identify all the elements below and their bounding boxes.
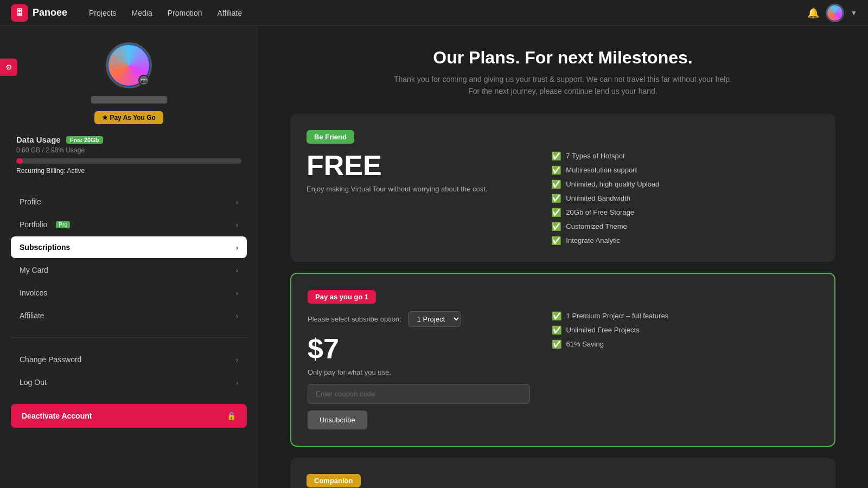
pro-badge: Pro <box>56 221 70 228</box>
plan-left-pay-as-you-go: Please select subsribe option: 1 Project… <box>308 311 530 429</box>
chevron-right-icon: › <box>236 266 238 274</box>
plan-card-pay-as-you-go: Pay as you go 1 Please select subsribe o… <box>290 273 835 447</box>
subscription-select-row: Please select subsribe option: 1 Project <box>308 311 530 327</box>
progress-fill <box>16 158 23 164</box>
sidebar-item-mycard[interactable]: My Card › <box>11 259 247 281</box>
nav-right: 🔔 ▼ <box>807 4 857 22</box>
menu-divider <box>11 337 247 338</box>
avatar-edit-badge[interactable]: 📷 <box>138 75 149 86</box>
nav-projects[interactable]: Projects <box>89 9 117 17</box>
chevron-right-icon: › <box>236 356 238 364</box>
plan-right-pay-as-you-go: ✅1 Premium Project – full features ✅Unli… <box>552 311 818 429</box>
secondary-menu-section: Change Password › Log Out › <box>0 343 258 399</box>
username-placeholder <box>91 96 167 104</box>
feature-item: ✅Integrate Analytic <box>551 236 819 246</box>
brand-name: Panoee <box>33 7 67 18</box>
plan-badge-label: ★ Pay As You Go <box>102 114 156 121</box>
check-icon: ✅ <box>551 236 561 246</box>
sidebar-item-affiliate[interactable]: Affiliate › <box>11 305 247 326</box>
check-icon: ✅ <box>551 194 561 203</box>
feature-item: ✅20Gb of Free Storage <box>551 208 819 217</box>
feature-item: ✅Customized Theme <box>551 222 819 232</box>
page-subtitle-line2: For the next journey, please continue le… <box>290 85 835 97</box>
avatar-image <box>827 5 843 21</box>
top-nav: 🎛 Panoee Projects Media Promotion Affili… <box>0 0 868 26</box>
avatar[interactable] <box>826 4 844 22</box>
feature-item: ✅61% Saving <box>552 339 818 349</box>
nav-links: Projects Media Promotion Affiliate <box>89 9 242 17</box>
billing-status: Recurring Billing: Active <box>16 167 241 175</box>
check-icon: ✅ <box>552 339 562 349</box>
feature-item: ✅Multiresolution support <box>551 165 819 175</box>
usage-text: 0.60 GB / 2.98% Usage <box>16 146 241 154</box>
free-badge: Free 20Gb <box>66 136 103 144</box>
plan-price-pay-as-you-go: $7 <box>308 335 530 363</box>
chevron-right-icon: › <box>236 312 238 320</box>
lock-icon: 🔒 <box>227 412 236 420</box>
page-header: Our Plans. For next Milestones. Thank yo… <box>290 48 835 98</box>
chevron-right-icon: › <box>236 243 238 252</box>
check-icon: ✅ <box>551 165 561 175</box>
deactivate-account-button[interactable]: Deactivate Account 🔒 <box>11 404 247 428</box>
feature-item: ✅1 Premium Project – full features <box>552 311 818 321</box>
check-icon: ✅ <box>552 325 562 335</box>
check-icon: ✅ <box>552 311 562 321</box>
sidebar-item-profile[interactable]: Profile › <box>11 191 247 213</box>
plan-card-companion: Companion $18 /month Unlock all premium … <box>290 458 835 488</box>
sidebar-item-invoices[interactable]: Invoices › <box>11 282 247 304</box>
nav-media[interactable]: Media <box>132 9 152 17</box>
data-usage-section: Data Usage Free 20Gb 0.60 GB / 2.98% Usa… <box>0 135 258 185</box>
filter-button[interactable]: ⚙ <box>0 59 17 76</box>
check-icon: ✅ <box>551 222 561 232</box>
chevron-down-icon[interactable]: ▼ <box>851 9 857 17</box>
plan-card-be-friend: Be Friend FREE Enjoy making Virtual Tour… <box>290 114 835 262</box>
feature-list-pay-as-you-go: ✅1 Premium Project – full features ✅Unli… <box>552 311 818 349</box>
main-content: Our Plans. For next Milestones. Thank yo… <box>258 26 868 488</box>
main-layout: ⚙ 📷 ★ Pay As You Go Data Usage Free 20Gb… <box>0 26 868 488</box>
sidebar-item-logout[interactable]: Log Out › <box>11 371 247 393</box>
plan-desc-pay-as-you-go: Only pay for what you use. <box>308 368 530 376</box>
project-select[interactable]: 1 Project <box>408 311 461 327</box>
feature-list-be-friend: ✅7 Types of Hotspot ✅Multiresolution sup… <box>551 151 819 246</box>
sidebar: 📷 ★ Pay As You Go Data Usage Free 20Gb 0… <box>0 26 258 488</box>
profile-section: 📷 ★ Pay As You Go <box>0 26 258 135</box>
data-usage-title: Data Usage Free 20Gb <box>16 135 241 144</box>
filter-icon: ⚙ <box>5 63 12 72</box>
sidebar-item-portfolio[interactable]: Portfolio Pro › <box>11 214 247 235</box>
feature-item: ✅7 Types of Hotspot <box>551 151 819 161</box>
feature-item: ✅Unlimited Bandwidth <box>551 194 819 203</box>
feature-item: ✅Unlimited, high quality Upload <box>551 179 819 189</box>
sidebar-item-subscriptions[interactable]: Subscriptions › <box>11 236 247 258</box>
nav-promotion[interactable]: Promotion <box>168 9 202 17</box>
unsubscribe-button[interactable]: Unsubcribe <box>308 410 367 429</box>
plan-tag-be-friend: Be Friend <box>307 130 354 144</box>
coupon-input-pay-as-you-go[interactable] <box>308 384 530 404</box>
check-icon: ✅ <box>551 151 561 161</box>
plan-tag-companion: Companion <box>307 474 361 487</box>
plan-desc-be-friend: Enjoy making Virtual Tour without worryi… <box>307 185 529 193</box>
chevron-right-icon: › <box>236 378 238 387</box>
check-icon: ✅ <box>551 179 561 189</box>
page-title: Our Plans. For next Milestones. <box>290 48 835 68</box>
feature-item: ✅Unlimited Free Projects <box>552 325 818 335</box>
progress-bar <box>16 158 241 164</box>
plan-right-be-friend: ✅7 Types of Hotspot ✅Multiresolution sup… <box>551 151 819 246</box>
notification-bell-icon[interactable]: 🔔 <box>807 7 819 19</box>
nav-affiliate[interactable]: Affiliate <box>218 9 242 17</box>
plan-price-be-friend: FREE <box>307 151 529 179</box>
profile-avatar[interactable]: 📷 <box>106 42 152 88</box>
chevron-right-icon: › <box>236 198 238 206</box>
chevron-right-icon: › <box>236 221 238 229</box>
brand-logo[interactable]: 🎛 Panoee <box>11 4 67 22</box>
brand-icon: 🎛 <box>11 4 28 22</box>
menu-section: Profile › Portfolio Pro › Subscriptions … <box>0 185 258 332</box>
chevron-right-icon: › <box>236 289 238 297</box>
page-subtitle-line1: Thank you for coming and giving us your … <box>290 73 835 85</box>
check-icon: ✅ <box>551 208 561 217</box>
plan-tag-pay-as-you-go: Pay as you go 1 <box>308 290 376 304</box>
sidebar-item-change-password[interactable]: Change Password › <box>11 349 247 370</box>
plan-badge[interactable]: ★ Pay As You Go <box>94 111 163 124</box>
plan-left-be-friend: FREE Enjoy making Virtual Tour without w… <box>307 151 529 246</box>
